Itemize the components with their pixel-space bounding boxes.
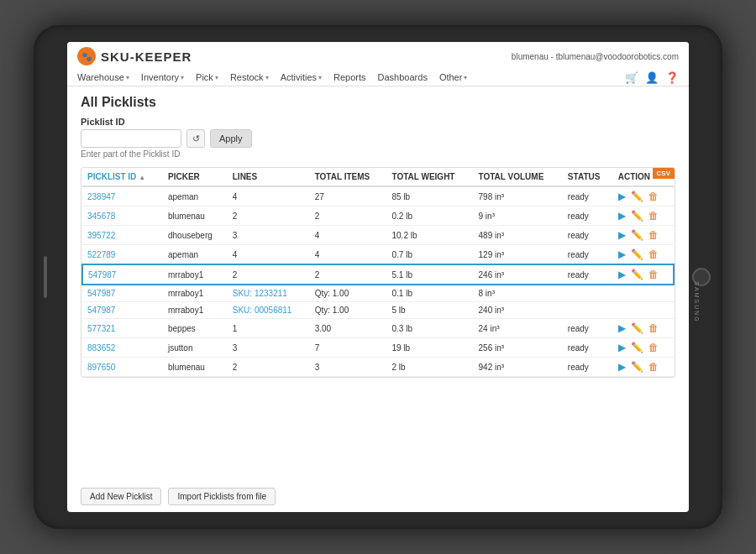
cell-action-child [613,285,674,302]
picklist-table-container: CSV PICKLIST ID ▲ PICKER LINES TOTAL ITE… [81,167,675,378]
delete-icon[interactable]: 🗑 [648,210,659,222]
cell-picklist-id-child[interactable]: 547987 [82,302,163,319]
cell-status: ready [563,226,613,245]
nav-dashboards[interactable]: Dashboards [378,69,428,86]
edit-icon[interactable]: ✏️ [631,342,643,353]
nav-warehouse[interactable]: Warehouse ▾ [77,69,129,86]
delete-icon[interactable]: 🗑 [648,269,659,280]
cell-action: ▶ ✏️ 🗑 [613,358,674,377]
table-row: 547987 mrraboy1 2 2 5.1 lb 246 in³ ready… [82,264,674,285]
cell-picklist-id[interactable]: 897650 [82,358,163,377]
col-total-volume: TOTAL VOLUME [474,168,563,186]
help-icon[interactable]: ❓ [665,71,679,84]
tablet-frame: 🐾 SKU-KEEPER blumenau - tblumenau@voodoo… [34,25,722,529]
cell-picklist-id[interactable]: 395722 [82,226,163,245]
edit-icon[interactable]: ✏️ [631,210,643,222]
table-row: 577321 beppes 1 3.00 0.3 lb 24 in³ ready… [82,319,674,338]
brand-row: 🐾 SKU-KEEPER blumenau - tblumenau@voodoo… [77,47,679,65]
apply-button[interactable]: Apply [210,129,252,148]
delete-icon[interactable]: 🗑 [648,322,659,334]
cell-total-items: 27 [310,186,387,206]
cell-status: ready [563,358,613,377]
col-picker: PICKER [163,168,228,186]
play-icon[interactable]: ▶ [618,248,626,260]
csv-badge[interactable]: CSV [653,168,675,179]
filter-row: ↺ Apply [81,129,675,148]
edit-icon[interactable]: ✏️ [631,191,643,202]
nav-restock[interactable]: Restock ▾ [230,69,269,86]
table-header-row: PICKLIST ID ▲ PICKER LINES TOTAL ITEMS T… [82,168,674,186]
samsung-label: SAMSUNG [694,281,700,322]
cell-total-weight: 0.2 lb [386,206,473,226]
nav-row: Warehouse ▾ Inventory ▾ Pick ▾ Restock ▾… [77,69,679,86]
cell-total-items: 3.00 [310,319,387,338]
import-picklists-button[interactable]: Import Picklists from file [168,488,276,505]
cell-lines: 2 [228,206,310,226]
cell-picker: jsutton [163,338,228,358]
cell-total-weight: 19 lb [386,338,473,358]
cell-picklist-id-child[interactable]: 547987 [82,285,163,302]
cell-picker: blumenau [163,206,228,226]
cell-sku[interactable]: SKU: 00056811 [228,302,310,319]
col-status: STATUS [563,168,613,186]
picklist-id-input[interactable] [81,129,181,148]
cell-lines: 2 [228,358,310,377]
play-icon[interactable]: ▶ [618,191,626,202]
cell-total-weight: 10.2 lb [386,226,473,245]
delete-icon[interactable]: 🗑 [648,361,659,373]
table-row: 238947 apeman 4 27 85 lb 798 in³ ready ▶… [82,186,674,206]
cell-picklist-id[interactable]: 522789 [82,245,163,265]
delete-icon[interactable]: 🗑 [648,229,659,241]
cell-picker: beppes [163,319,228,338]
add-picklist-button[interactable]: Add New Picklist [81,488,161,505]
edit-icon[interactable]: ✏️ [631,361,643,373]
cell-lines: 2 [228,264,310,285]
play-icon[interactable]: ▶ [618,210,626,222]
play-icon[interactable]: ▶ [618,342,626,353]
cell-picklist-id[interactable]: 883652 [82,338,163,358]
cell-sku[interactable]: SKU: 1233211 [228,285,310,302]
cell-picklist-id[interactable]: 547987 [82,264,163,285]
cell-qty: Qty: 1.00 [310,285,387,302]
cell-picklist-id[interactable]: 345678 [82,206,163,226]
nav-inventory[interactable]: Inventory ▾ [141,69,184,86]
cell-status: ready [563,186,613,206]
nav-reports[interactable]: Reports [333,69,366,86]
nav-activities[interactable]: Activities ▾ [281,69,322,86]
cell-total-volume: 798 in³ [474,186,563,206]
delete-icon[interactable]: 🗑 [648,342,659,353]
edit-icon[interactable]: ✏️ [631,248,643,260]
edit-icon[interactable]: ✏️ [631,269,643,280]
user-icon[interactable]: 👤 [645,71,659,84]
cell-picker: blumenau [163,358,228,377]
cell-picklist-id[interactable]: 238947 [82,186,163,206]
table-row: 883652 jsutton 3 7 19 lb 256 in³ ready ▶… [82,338,674,358]
nav-pick[interactable]: Pick ▾ [196,69,218,86]
cart-icon[interactable]: 🛒 [625,71,638,84]
play-icon[interactable]: ▶ [618,269,626,280]
edit-icon[interactable]: ✏️ [631,322,643,334]
cell-total-items: 4 [310,226,387,245]
cell-picker: apeman [163,186,228,206]
table-row: 345678 blumenau 2 2 0.2 lb 9 in³ ready ▶… [82,206,674,226]
screen: 🐾 SKU-KEEPER blumenau - tblumenau@voodoo… [67,42,689,512]
nav-other[interactable]: Other ▾ [439,69,468,86]
delete-icon[interactable]: 🗑 [648,248,659,260]
table-row: 547987 mrraboy1 SKU: 1233211 Qty: 1.00 0… [82,285,674,302]
cell-picklist-id[interactable]: 577321 [82,319,163,338]
edit-icon[interactable]: ✏️ [631,229,643,241]
play-icon[interactable]: ▶ [618,229,626,241]
refresh-button[interactable]: ↺ [186,129,205,148]
brand-name: SKU-KEEPER [101,50,192,64]
cell-lines: 4 [228,186,310,206]
cell-action-child [613,302,674,319]
play-icon[interactable]: ▶ [618,361,626,373]
cell-picker-child: mrraboy1 [163,285,228,302]
filter-label: Picklist ID [81,117,675,127]
cell-total-weight: 0.7 lb [386,245,473,265]
play-icon[interactable]: ▶ [618,322,626,334]
cell-volume-child: 8 in³ [474,285,563,302]
cell-total-items: 2 [310,264,387,285]
delete-icon[interactable]: 🗑 [648,191,659,202]
col-picklist-id[interactable]: PICKLIST ID ▲ [82,168,163,186]
